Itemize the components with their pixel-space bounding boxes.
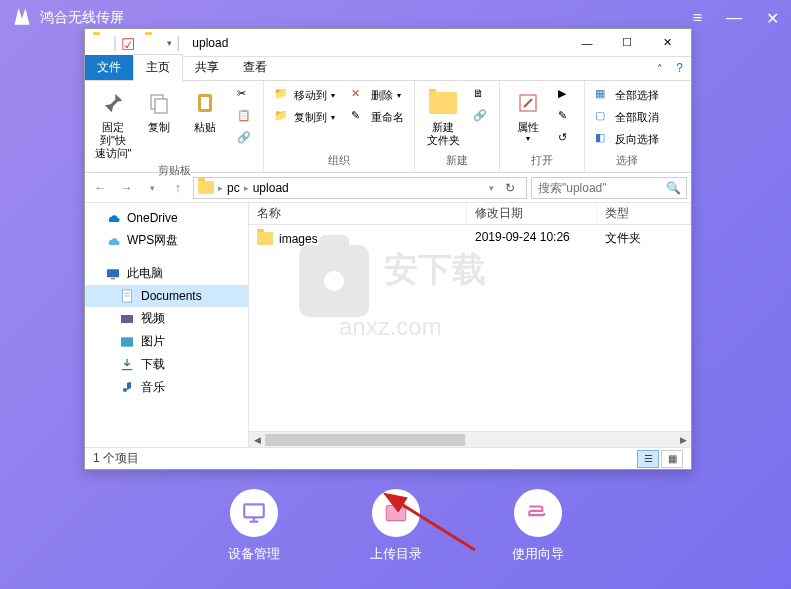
nav-videos[interactable]: 视频 xyxy=(85,307,248,330)
refresh-icon[interactable]: ↻ xyxy=(498,181,522,195)
deselect-button[interactable]: ▢全部取消 xyxy=(591,107,663,127)
addr-folder-icon xyxy=(198,181,214,194)
pin-button[interactable]: 固定到"快 速访问" xyxy=(91,85,135,163)
col-type[interactable]: 类型 xyxy=(597,203,691,224)
guide-icon xyxy=(525,500,551,526)
qat-dropdown-icon[interactable]: ▾ xyxy=(167,38,172,48)
address-path[interactable]: ▸ pc ▸ upload ▾ ↻ xyxy=(193,177,527,199)
paste-button[interactable]: 粘贴 xyxy=(183,85,227,136)
svg-rect-12 xyxy=(299,245,369,317)
rename-button[interactable]: ✎重命名 xyxy=(347,107,408,127)
search-icon[interactable]: 🔍 xyxy=(666,181,681,195)
svg-point-14 xyxy=(324,271,344,291)
app-close-icon[interactable]: ✕ xyxy=(766,9,779,28)
addr-dropdown-icon[interactable]: ▾ xyxy=(489,183,494,193)
group-select-label: 选择 xyxy=(591,153,663,168)
view-details-icon[interactable]: ☰ xyxy=(637,450,659,468)
ribbon-collapse-icon[interactable]: ˄ xyxy=(657,63,663,76)
nav-pictures[interactable]: 图片 xyxy=(85,330,248,353)
newitem-button[interactable]: 🗎 xyxy=(469,85,493,105)
nav-thispc[interactable]: 此电脑 xyxy=(85,262,248,285)
invert-button[interactable]: ◧反向选择 xyxy=(591,129,663,149)
svg-rect-3 xyxy=(201,97,209,109)
selectall-button[interactable]: ▦全部选择 xyxy=(591,85,663,105)
nav-back-icon[interactable]: ← xyxy=(89,177,111,199)
status-text: 1 个项目 xyxy=(93,450,139,467)
copypath-button[interactable]: 📋 xyxy=(233,107,257,127)
search-input[interactable] xyxy=(531,177,687,199)
column-headers: 名称 修改日期 类型 xyxy=(249,203,691,225)
scroll-left-icon[interactable]: ◀ xyxy=(249,432,265,447)
ribbon-tabs: 文件 主页 共享 查看 ˄ ? xyxy=(85,57,691,81)
status-bar: 1 个项目 ☰ ▦ xyxy=(85,447,691,469)
moveto-button[interactable]: 📁移动到▾ xyxy=(270,85,339,105)
group-organize-label: 组织 xyxy=(270,153,408,168)
app-logo-icon xyxy=(12,8,32,28)
qat-separator: | xyxy=(113,34,117,52)
dock-guide[interactable]: 使用向导 xyxy=(512,489,564,563)
app-minimize-icon[interactable]: — xyxy=(726,9,742,27)
nav-pane: OneDrive WPS网盘 此电脑 Documents 视频 图片 下载 音乐 xyxy=(85,203,249,447)
view-icons-icon[interactable]: ▦ xyxy=(661,450,683,468)
scrollbar-horizontal[interactable]: ◀ ▶ xyxy=(249,431,691,447)
tab-share[interactable]: 共享 xyxy=(183,55,231,80)
chevron-right-icon[interactable]: ▸ xyxy=(244,183,249,193)
cut-button[interactable]: ✂ xyxy=(233,85,257,105)
dock-device[interactable]: 设备管理 xyxy=(228,489,280,563)
dock-upload[interactable]: 上传目录 xyxy=(370,489,422,563)
qat-separator2: | xyxy=(176,34,180,52)
qat-newfolder-icon[interactable] xyxy=(145,35,161,51)
copy-button[interactable]: 复制 xyxy=(137,85,181,136)
open-button[interactable]: ▶ xyxy=(554,85,578,105)
edit-button[interactable]: ✎ xyxy=(554,107,578,127)
explorer-title: upload xyxy=(192,36,567,50)
svg-rect-5 xyxy=(107,269,119,277)
file-name: images xyxy=(279,232,318,246)
group-new-label: 新建 xyxy=(421,153,493,168)
ribbon-group-select: ▦全部选择 ▢全部取消 ◧反向选择 选择 xyxy=(585,81,669,172)
nav-onedrive[interactable]: OneDrive xyxy=(85,207,248,229)
qat-properties-icon[interactable]: ☑ xyxy=(121,35,137,51)
addr-folder[interactable]: upload xyxy=(253,181,289,195)
history-button[interactable]: ↺ xyxy=(554,129,578,149)
ribbon-group-open: 属性 ▾ ▶ ✎ ↺ 打开 xyxy=(500,81,585,172)
app-menu-icon[interactable]: ≡ xyxy=(693,9,702,27)
monitor-icon xyxy=(241,500,267,526)
group-open-label: 打开 xyxy=(506,153,578,168)
nav-documents[interactable]: Documents xyxy=(85,285,248,307)
addr-pc[interactable]: pc xyxy=(227,181,240,195)
delete-button[interactable]: ✕删除▾ xyxy=(347,85,408,105)
col-date[interactable]: 修改日期 xyxy=(467,203,597,224)
properties-button[interactable]: 属性 ▾ xyxy=(506,85,550,145)
qat-folder-icon[interactable] xyxy=(93,35,109,51)
scroll-right-icon[interactable]: ▶ xyxy=(675,432,691,447)
ribbon-group-new: 新建 文件夹 🗎 🔗 新建 xyxy=(415,81,500,172)
nav-music[interactable]: 音乐 xyxy=(85,376,248,399)
copyto-button[interactable]: 📁复制到▾ xyxy=(270,107,339,127)
chevron-right-icon[interactable]: ▸ xyxy=(218,183,223,193)
explorer-titlebar: | ☑ ▾ | upload — ☐ ✕ xyxy=(85,29,691,57)
win-minimize-button[interactable]: — xyxy=(567,30,607,56)
explorer-window: | ☑ ▾ | upload — ☐ ✕ 文件 主页 共享 查看 ˄ ? 固定到… xyxy=(84,28,692,470)
tab-home[interactable]: 主页 xyxy=(133,54,183,81)
nav-forward-icon[interactable]: → xyxy=(115,177,137,199)
easyaccess-button[interactable]: 🔗 xyxy=(469,107,493,127)
nav-wps[interactable]: WPS网盘 xyxy=(85,229,248,252)
newfolder-button[interactable]: 新建 文件夹 xyxy=(421,85,465,149)
svg-text:anxz.com: anxz.com xyxy=(339,313,442,340)
tab-view[interactable]: 查看 xyxy=(231,55,279,80)
win-maximize-button[interactable]: ☐ xyxy=(607,30,647,56)
watermark: 安下载 anxz.com xyxy=(289,235,529,355)
nav-recent-icon[interactable]: ▾ xyxy=(141,177,163,199)
scroll-thumb[interactable] xyxy=(265,434,465,446)
nav-up-icon[interactable]: ↑ xyxy=(167,177,189,199)
content-area: OneDrive WPS网盘 此电脑 Documents 视频 图片 下载 音乐… xyxy=(85,203,691,447)
file-type: 文件夹 xyxy=(597,230,691,247)
nav-downloads[interactable]: 下载 xyxy=(85,353,248,376)
col-name[interactable]: 名称 xyxy=(249,203,467,224)
paste-shortcut-button[interactable]: 🔗 xyxy=(233,129,257,149)
file-row[interactable]: images 2019-09-24 10:26 文件夹 xyxy=(249,227,691,250)
help-icon[interactable]: ? xyxy=(676,61,683,75)
win-close-button[interactable]: ✕ xyxy=(647,30,687,56)
tab-file[interactable]: 文件 xyxy=(85,55,133,80)
